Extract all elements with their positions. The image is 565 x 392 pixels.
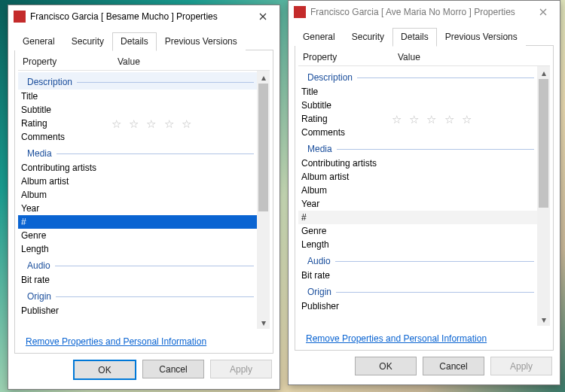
close-icon bbox=[539, 8, 547, 16]
tab-general[interactable]: General bbox=[295, 28, 344, 46]
prop-contributing-artists[interactable]: Contributing artists bbox=[298, 156, 537, 170]
property-list-container: Description Title Subtitle Rating☆ ☆ ☆ ☆… bbox=[298, 66, 550, 326]
app-icon bbox=[294, 6, 306, 18]
prop-title[interactable]: Title bbox=[18, 90, 257, 103]
header-property[interactable]: Property bbox=[298, 52, 393, 62]
details-panel: Property Value Description Title Subtitl… bbox=[295, 46, 554, 351]
prop-title[interactable]: Title bbox=[298, 85, 537, 99]
tab-previous-versions[interactable]: Previous Versions bbox=[157, 32, 246, 50]
prop-comments[interactable]: Comments bbox=[298, 126, 537, 139]
prop-length[interactable]: Length bbox=[298, 238, 537, 251]
prop-album[interactable]: Album bbox=[298, 184, 537, 197]
scroll-thumb[interactable] bbox=[539, 79, 548, 208]
close-button[interactable] bbox=[528, 2, 558, 23]
prop-track-number[interactable]: # bbox=[298, 211, 537, 224]
section-audio: Audio bbox=[18, 256, 257, 273]
prop-length[interactable]: Length bbox=[18, 242, 257, 256]
tab-strip: General Security Details Previous Versio… bbox=[8, 28, 279, 50]
apply-button[interactable]: Apply bbox=[210, 360, 272, 378]
scroll-down-icon[interactable]: ▾ bbox=[257, 316, 270, 329]
prop-bitrate[interactable]: Bit rate bbox=[298, 269, 537, 282]
properties-dialog: Francisco Garcia [ Besame Mucho ] Proper… bbox=[8, 5, 280, 390]
tab-details[interactable]: Details bbox=[112, 32, 157, 51]
remove-properties-link[interactable]: Remove Properties and Personal Informati… bbox=[26, 336, 206, 347]
prop-album-artist[interactable]: Album artist bbox=[298, 170, 537, 184]
section-origin: Origin bbox=[18, 287, 257, 304]
list-header: Property Value bbox=[298, 49, 550, 66]
dialog-buttons: OK Cancel Apply bbox=[289, 354, 560, 384]
scroll-up-icon[interactable]: ▴ bbox=[537, 66, 550, 79]
header-value[interactable]: Value bbox=[113, 56, 270, 67]
tab-strip: General Security Details Previous Versio… bbox=[289, 23, 560, 46]
scrollbar[interactable]: ▴ ▾ bbox=[257, 71, 270, 329]
tab-security[interactable]: Security bbox=[344, 28, 392, 46]
properties-dialog: Francisco Garcia [ Ave Maria No Morro ] … bbox=[288, 0, 560, 385]
tab-previous-versions[interactable]: Previous Versions bbox=[437, 28, 526, 46]
window-title: Francisco Garcia [ Besame Mucho ] Proper… bbox=[30, 11, 248, 22]
titlebar[interactable]: Francisco Garcia [ Ave Maria No Morro ] … bbox=[289, 1, 560, 23]
section-description: Description bbox=[18, 72, 257, 90]
prop-comments[interactable]: Comments bbox=[18, 130, 257, 144]
header-property[interactable]: Property bbox=[18, 56, 113, 67]
scroll-thumb[interactable] bbox=[258, 84, 268, 211]
details-panel: Property Value Description Title Subtitl… bbox=[14, 50, 273, 354]
prop-rating[interactable]: Rating☆ ☆ ☆ ☆ ☆ bbox=[18, 117, 257, 130]
prop-genre[interactable]: Genre bbox=[18, 229, 257, 242]
app-icon bbox=[14, 11, 26, 23]
window-title: Francisco Garcia [ Ave Maria No Morro ] … bbox=[310, 7, 528, 17]
remove-properties-row: Remove Properties and Personal Informati… bbox=[15, 332, 273, 353]
titlebar[interactable]: Francisco Garcia [ Besame Mucho ] Proper… bbox=[8, 5, 279, 28]
tab-security[interactable]: Security bbox=[63, 32, 112, 50]
prop-publisher[interactable]: Publisher bbox=[298, 299, 537, 313]
scroll-track[interactable] bbox=[257, 84, 270, 316]
prop-subtitle[interactable]: Subtitle bbox=[18, 103, 257, 117]
scrollbar[interactable]: ▴ ▾ bbox=[537, 66, 550, 326]
scroll-down-icon[interactable]: ▾ bbox=[537, 313, 550, 326]
section-media: Media bbox=[18, 144, 257, 161]
prop-rating[interactable]: Rating☆ ☆ ☆ ☆ ☆ bbox=[298, 112, 537, 126]
ok-button[interactable]: OK bbox=[73, 360, 136, 380]
scroll-up-icon[interactable]: ▴ bbox=[257, 71, 270, 84]
property-list-container: Description Title Subtitle Rating☆ ☆ ☆ ☆… bbox=[18, 71, 270, 329]
section-origin: Origin bbox=[298, 282, 537, 299]
section-description: Description bbox=[298, 68, 537, 85]
close-icon bbox=[259, 13, 267, 20]
remove-properties-link[interactable]: Remove Properties and Personal Informati… bbox=[306, 333, 487, 344]
rating-stars-icon: ☆ ☆ ☆ ☆ ☆ bbox=[111, 118, 255, 129]
apply-button[interactable]: Apply bbox=[490, 357, 552, 375]
prop-album[interactable]: Album bbox=[18, 188, 257, 202]
prop-year[interactable]: Year bbox=[298, 197, 537, 211]
prop-album-artist[interactable]: Album artist bbox=[18, 175, 257, 188]
prop-track-number[interactable]: # bbox=[18, 215, 257, 229]
cancel-button[interactable]: Cancel bbox=[423, 357, 484, 375]
property-list[interactable]: Description Title Subtitle Rating☆ ☆ ☆ ☆… bbox=[18, 71, 257, 329]
prop-genre[interactable]: Genre bbox=[298, 224, 537, 238]
close-button[interactable] bbox=[248, 6, 278, 27]
prop-subtitle[interactable]: Subtitle bbox=[298, 99, 537, 112]
prop-contributing-artists[interactable]: Contributing artists bbox=[18, 161, 257, 175]
section-media: Media bbox=[298, 139, 537, 156]
scroll-track[interactable] bbox=[537, 79, 550, 313]
ok-button[interactable]: OK bbox=[355, 357, 417, 375]
rating-stars-icon: ☆ ☆ ☆ ☆ ☆ bbox=[392, 114, 536, 125]
prop-year[interactable]: Year bbox=[18, 202, 257, 215]
remove-properties-row: Remove Properties and Personal Informati… bbox=[295, 329, 553, 350]
prop-publisher[interactable]: Publisher bbox=[18, 304, 257, 318]
property-list[interactable]: Description Title Subtitle Rating☆ ☆ ☆ ☆… bbox=[298, 66, 537, 326]
prop-bitrate[interactable]: Bit rate bbox=[18, 273, 257, 287]
cancel-button[interactable]: Cancel bbox=[142, 360, 204, 378]
tab-general[interactable]: General bbox=[14, 32, 63, 50]
list-header: Property Value bbox=[18, 53, 270, 71]
tab-details[interactable]: Details bbox=[392, 28, 437, 47]
header-value[interactable]: Value bbox=[393, 52, 550, 62]
dialog-buttons: OK Cancel Apply bbox=[8, 357, 279, 389]
section-audio: Audio bbox=[298, 251, 537, 269]
